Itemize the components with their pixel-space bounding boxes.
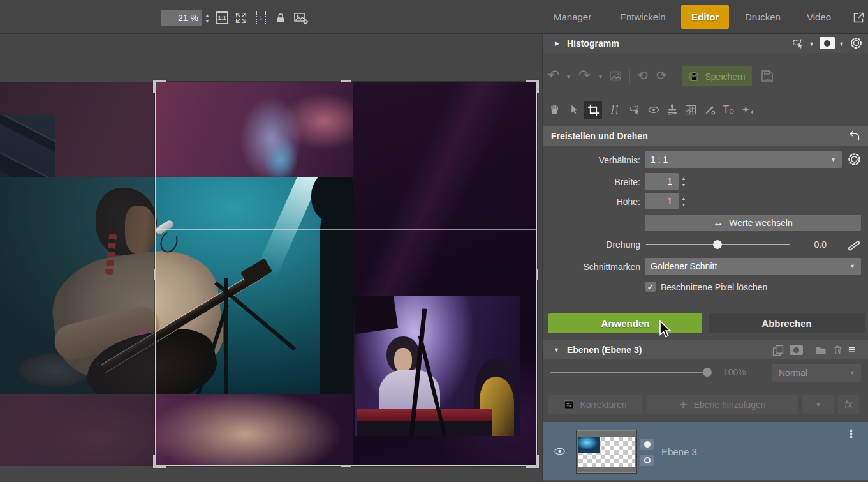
crop-handle-bottom-left[interactable] [153,466,166,468]
layers-section-header[interactable]: ▼ Ebenen (Ebene 3) ≡ [543,340,868,359]
selection-tool-button[interactable] [626,101,644,119]
crop-handle-left[interactable] [154,269,156,280]
opacity-slider-track[interactable] [550,372,707,373]
image-gear-icon [293,10,309,26]
tab-manager[interactable]: Manager [554,0,591,34]
clone-stamp-tool-button[interactable] [663,101,681,119]
image-settings-button[interactable] [292,10,310,26]
crop-frame[interactable] [155,82,537,466]
spin-down-icon[interactable]: ▼ [682,183,686,187]
zoom-stepper[interactable]: ▲ ▼ [203,10,212,27]
original-preview-button[interactable] [608,69,623,83]
duplicate-layer-button[interactable] [772,344,784,357]
caret-down-icon: ▼ [850,370,855,376]
crop-handle-top-left[interactable] [153,80,166,82]
layer-chip-1[interactable] [640,439,654,450]
rotation-slider-knob[interactable] [713,240,722,249]
redo-menu-caret[interactable]: ▼ [598,73,603,80]
layer-options-button[interactable]: ⋮ [846,427,857,441]
layer-thumbnail[interactable] [577,430,636,473]
deform-tool-button[interactable] [606,101,624,119]
delete-pixels-checkbox[interactable]: ✓ [645,282,656,292]
crop-handle-bottom-left[interactable] [153,455,155,468]
undo-menu-caret[interactable]: ▼ [566,73,571,80]
delete-layer-button[interactable] [832,343,844,356]
effects-tool-button[interactable]: ✦✦ [739,101,757,119]
tab-entwickeln[interactable]: Entwickeln [620,0,666,34]
layer-row-ebene3[interactable]: Ebene 3 ⋮ [543,422,868,480]
panel-settings-button[interactable] [850,36,863,50]
mask-display-button[interactable] [820,37,835,49]
crop-handle-top-left[interactable] [153,80,155,93]
fit-width-button[interactable]: ↕ [254,10,268,26]
histogram-header[interactable]: ▶ Histogramm ▼ ▼ [543,34,868,53]
cancel-button[interactable]: Abbrechen [709,313,865,333]
ratio-settings-button[interactable] [847,152,862,167]
move-tool-button[interactable] [565,101,583,119]
spin-up-icon[interactable]: ▲ [682,176,686,181]
selection-display-button[interactable] [791,37,805,50]
selection-marquee-icon [628,103,642,116]
height-input[interactable]: 1 [645,193,679,209]
text-tool-button[interactable]: TΩ [719,101,737,119]
one-to-one-icon: 1:1 [216,11,228,24]
height-stepper[interactable]: ▲ ▼ [679,193,689,209]
opacity-slider-knob[interactable] [703,368,712,377]
ratio-label: Verhältnis: [543,155,640,165]
caret-down-icon[interactable]: ▼ [809,41,814,47]
spin-down-icon[interactable]: ▼ [205,19,210,24]
apply-button[interactable]: Anwenden [548,313,702,333]
folder-icon [814,344,827,357]
level-ruler-button[interactable] [846,236,862,252]
spin-up-icon[interactable]: ▲ [205,13,210,17]
crop-handle-bottom[interactable] [341,465,351,467]
crop-handle-bottom-right[interactable] [537,455,539,468]
check-icon: ✓ [647,282,654,292]
open-external-button[interactable] [851,10,865,25]
layer-chip-2[interactable] [640,455,654,466]
redo-icon[interactable]: ↷ [578,67,590,84]
red-eye-tool-button[interactable] [645,101,663,119]
layer-effects-button[interactable]: fx [838,395,859,414]
tab-editor[interactable]: Editor [681,5,729,29]
save-as-button[interactable] [760,68,775,84]
layer-mask-button[interactable] [790,345,803,355]
add-layer-menu-button[interactable]: ▼ [802,395,834,414]
caret-down-icon[interactable]: ▼ [839,41,844,47]
blend-mode-dropdown[interactable]: Normal ▼ [772,364,861,382]
eye-icon [647,103,661,116]
mesh-warp-tool-button[interactable] [682,101,700,119]
rotate-left-icon[interactable]: ⟲ [637,68,648,83]
crop-handle-top[interactable] [341,80,351,82]
width-stepper[interactable]: ▲ ▼ [679,173,689,190]
reset-section-button[interactable] [847,129,861,143]
crop-handle-right[interactable] [536,269,538,280]
crop-handle-top-right[interactable] [537,80,539,93]
pan-tool-button[interactable] [545,101,563,119]
fit-to-screen-button[interactable] [234,10,248,26]
chevron-right-icon[interactable]: ▶ [555,40,559,47]
ratio-dropdown[interactable]: 1 : 1 ▼ [645,151,842,168]
zoom-input[interactable]: 21 % [161,10,202,26]
rotate-right-icon[interactable]: ⟳ [656,68,667,83]
crop-marks-dropdown[interactable]: Goldener Schnitt ▼ [645,258,861,275]
zoom-1to1-button[interactable]: 1:1 [215,10,229,26]
add-layer-button[interactable]: + Ebene hinzufügen [647,395,798,414]
brush-droplet-icon [703,103,716,116]
width-input[interactable]: 1 [645,173,679,190]
corrections-button[interactable]: Korrekturen [548,395,642,414]
tab-video[interactable]: Video [807,0,831,34]
spin-up-icon[interactable]: ▲ [682,196,686,200]
chevron-down-icon[interactable]: ▼ [554,347,559,353]
crop-tool-button-active[interactable] [584,101,602,119]
layers-menu-button[interactable]: ≡ [848,345,855,355]
swap-values-button[interactable]: ↔ Werte wechseln [645,215,861,231]
save-button[interactable]: Speichern [682,66,752,86]
tab-drucken[interactable]: Drucken [745,0,781,34]
undo-icon[interactable]: ↶ [548,67,559,84]
layer-visibility-button[interactable] [552,445,567,458]
group-layers-button[interactable] [814,344,827,357]
retouch-brush-tool-button[interactable] [701,101,719,119]
spin-down-icon[interactable]: ▼ [682,202,686,207]
lock-zoom-button[interactable] [274,10,288,26]
